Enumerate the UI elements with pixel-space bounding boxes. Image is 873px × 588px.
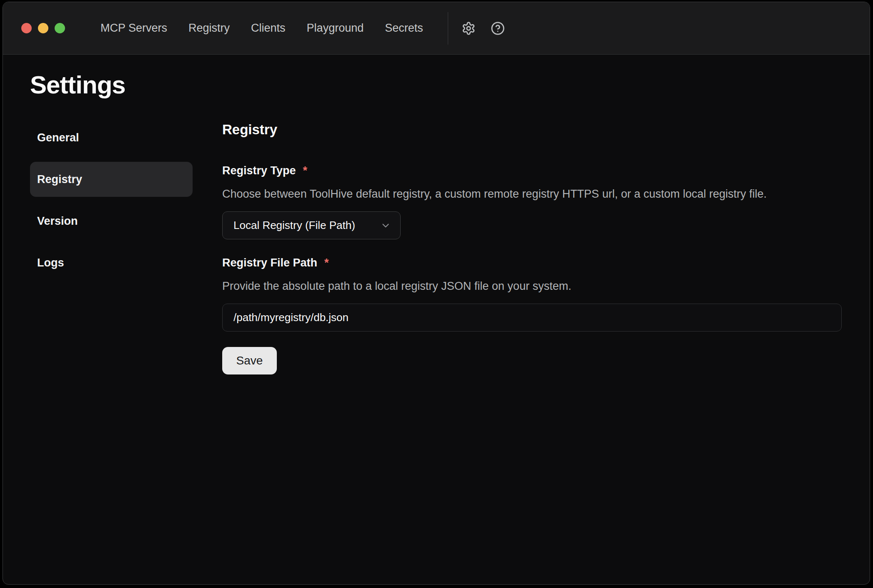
close-button[interactable] — [21, 23, 32, 33]
sidebar-item-label: Logs — [37, 256, 64, 269]
sidebar-item-version[interactable]: Version — [30, 204, 193, 239]
nav-item-mcp-servers[interactable]: MCP Servers — [100, 22, 167, 35]
registry-type-select[interactable]: Local Registry (File Path) — [222, 211, 401, 239]
sidebar-item-label: Registry — [37, 173, 82, 186]
registry-type-label: Registry Type — [222, 164, 296, 177]
registry-file-path-label: Registry File Path — [222, 256, 317, 269]
titlebar-divider — [448, 12, 448, 45]
sidebar-item-logs[interactable]: Logs — [30, 245, 193, 280]
required-asterisk: * — [324, 256, 329, 269]
titlebar: MCP Servers Registry Clients Playground … — [3, 2, 870, 55]
sidebar-item-label: Version — [37, 215, 78, 228]
top-navigation: MCP Servers Registry Clients Playground … — [100, 22, 423, 35]
nav-item-clients[interactable]: Clients — [251, 22, 286, 35]
help-button[interactable] — [490, 21, 505, 36]
settings-page: Settings General Registry Version Logs — [3, 55, 870, 584]
sidebar-item-general[interactable]: General — [30, 120, 193, 155]
window-controls — [21, 23, 65, 33]
zoom-button[interactable] — [55, 23, 65, 33]
nav-item-secrets[interactable]: Secrets — [385, 22, 423, 35]
gear-icon — [462, 21, 476, 35]
registry-file-path-input[interactable] — [222, 304, 842, 332]
section-heading: Registry — [222, 122, 842, 138]
registry-settings-panel: Registry Registry Type * Choose between … — [193, 120, 842, 374]
nav-item-playground[interactable]: Playground — [307, 22, 364, 35]
settings-gear-button[interactable] — [461, 21, 476, 36]
registry-type-description: Choose between ToolHive default registry… — [222, 188, 842, 201]
minimize-button[interactable] — [38, 23, 48, 33]
sidebar-item-registry[interactable]: Registry — [30, 162, 193, 197]
registry-file-path-description: Provide the absolute path to a local reg… — [222, 280, 842, 293]
settings-sidebar: General Registry Version Logs — [30, 120, 193, 374]
help-icon — [491, 21, 505, 35]
chevron-down-icon — [380, 220, 391, 231]
save-button[interactable]: Save — [222, 347, 277, 374]
nav-item-registry[interactable]: Registry — [188, 22, 230, 35]
app-window: MCP Servers Registry Clients Playground … — [3, 2, 870, 585]
registry-type-selected-value: Local Registry (File Path) — [233, 219, 355, 232]
sidebar-item-label: General — [37, 131, 79, 144]
page-title: Settings — [30, 71, 841, 99]
required-asterisk: * — [303, 164, 308, 177]
